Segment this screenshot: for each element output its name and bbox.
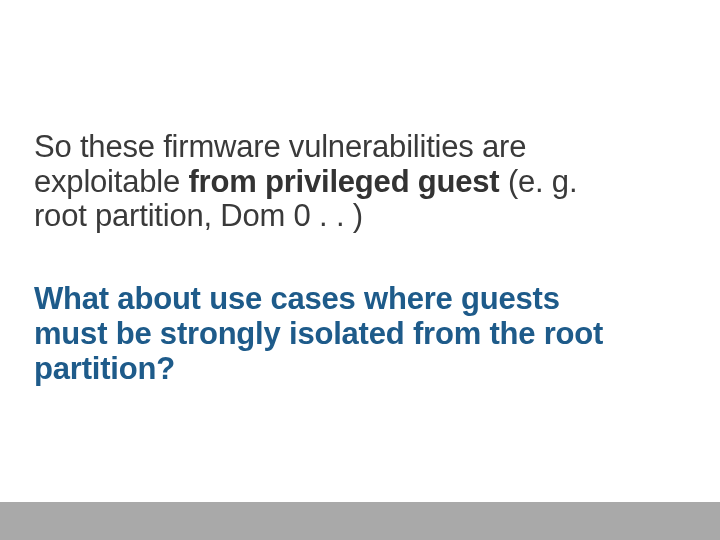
slide: So these firmware vulnerabilities are ex…	[0, 0, 720, 540]
paragraph-2: What about use cases where guests must b…	[34, 282, 634, 386]
footer-bar	[0, 502, 720, 540]
paragraph-1: So these firmware vulnerabilities are ex…	[34, 130, 634, 234]
para1-text-bold: from privileged guest	[188, 164, 499, 199]
slide-content: So these firmware vulnerabilities are ex…	[34, 130, 634, 386]
